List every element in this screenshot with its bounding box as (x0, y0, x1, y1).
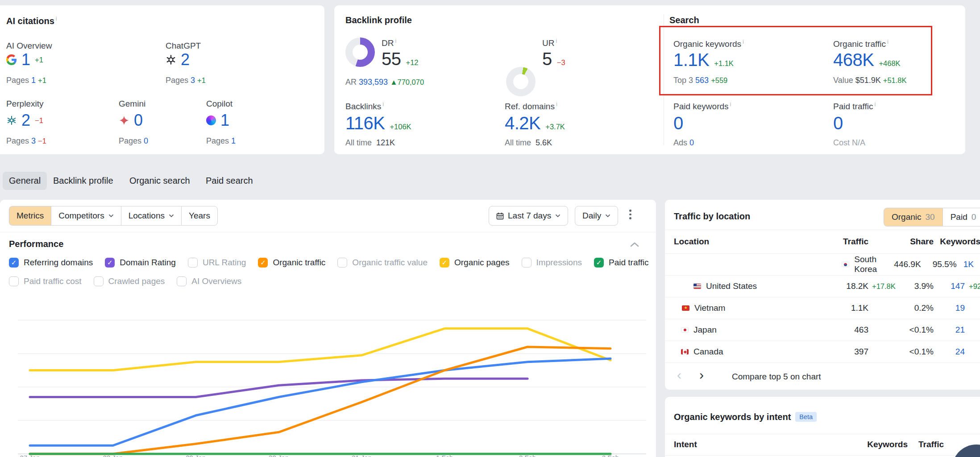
info-icon[interactable]: i (382, 101, 384, 107)
chevron-down-icon (555, 214, 561, 218)
paid-traffic-value[interactable]: 0 (833, 114, 843, 132)
tab-organic-search[interactable]: Organic search (123, 172, 196, 190)
column-location[interactable]: Location (674, 237, 782, 247)
keywords-by-intent-panel: Organic keywords by intentBeta Intent Ke… (665, 397, 980, 457)
column-keywords[interactable]: Keywords (854, 440, 908, 449)
tab-general[interactable]: General (3, 172, 47, 190)
checkbox-icon (105, 258, 115, 268)
chart-line-organic-pages (30, 329, 610, 371)
backlinks-label: Backlinksi (345, 101, 384, 111)
info-icon[interactable]: i (395, 37, 396, 44)
refdomains-alltime: All time 5.6K (505, 138, 552, 148)
checkbox-icon (337, 258, 347, 268)
column-intent[interactable]: Intent (674, 440, 854, 449)
info-icon[interactable]: i (56, 15, 57, 22)
divider (0, 232, 656, 232)
south-korea-flag-icon (842, 262, 849, 267)
info-icon[interactable]: i (556, 37, 557, 44)
years-button[interactable]: Years (181, 206, 218, 226)
column-traffic[interactable]: Traffic (908, 440, 944, 449)
checkbox-domain-rating[interactable]: Domain Rating (105, 258, 176, 268)
metrics-button[interactable]: Metrics (9, 206, 51, 226)
organic-traffic-metric: 468K +468K (833, 51, 901, 69)
backlinks-value[interactable]: 116K (345, 114, 385, 132)
checkbox-paid-traffic[interactable]: Paid traffic (594, 258, 648, 268)
checkbox-ai-overviews[interactable]: AI Overviews (177, 276, 241, 286)
granularity-button[interactable]: Daily (575, 206, 618, 226)
refdomains-label: Ref. domainsi (505, 101, 557, 111)
backlink-profile-title: Backlink profile (345, 15, 412, 25)
checkbox-crawled-pages[interactable]: Crawled pages (94, 276, 165, 286)
perplexity-pages: Pages 3 −1 (6, 136, 46, 146)
locations-button[interactable]: Locations (121, 206, 181, 226)
checkbox-organic-pages[interactable]: Organic pages (440, 258, 510, 268)
organic-traffic-label: Organic traffici (833, 38, 889, 49)
openai-icon (166, 54, 176, 65)
backlinks-delta: +106K (390, 123, 411, 131)
info-icon[interactable]: i (743, 38, 744, 45)
checkbox-paid-traffic-cost[interactable]: Paid traffic cost (9, 276, 82, 286)
column-traffic[interactable]: Traffic (782, 237, 868, 247)
compare-top5-link[interactable]: Compare top 5 on chart (732, 372, 821, 382)
ai-overview-label: AI Overview (6, 41, 52, 51)
toggle-paid[interactable]: Paid0 (943, 208, 980, 226)
organic-keywords-delta: +1.1K (714, 59, 734, 68)
tab-paid-search[interactable]: Paid search (199, 172, 259, 190)
ur-value: 5 (542, 50, 552, 68)
info-icon[interactable]: i (556, 101, 557, 107)
tab-backlink-profile[interactable]: Backlink profile (47, 172, 120, 190)
copilot-metric: 1 (206, 112, 229, 128)
location-table-header: Location Traffic Share Keywords (665, 230, 980, 254)
copilot-value: 1 (220, 112, 229, 128)
checkbox-icon (594, 258, 604, 268)
column-keywords[interactable]: Keywords (934, 237, 980, 247)
checkbox-icon (440, 258, 449, 268)
table-row-vietnam[interactable]: Vietnam 1.1K 0.2% 19 (665, 297, 980, 319)
paid-keywords-value[interactable]: 0 (673, 114, 683, 132)
refdomains-value[interactable]: 4.2K (505, 114, 540, 132)
chatgpt-label: ChatGPT (166, 41, 201, 51)
organic-traffic-value[interactable]: 468K (833, 51, 874, 69)
vietnam-flag-icon (682, 305, 689, 311)
checkbox-icon (94, 276, 104, 286)
checkbox-url-rating[interactable]: URL Rating (188, 258, 246, 268)
checkbox-icon (177, 276, 187, 286)
organic-keywords-value[interactable]: 1.1K (673, 51, 709, 69)
checkbox-impressions[interactable]: Impressions (522, 258, 582, 268)
gemini-metric: 0 (119, 112, 143, 128)
info-icon[interactable]: i (730, 101, 731, 107)
ai-citations-card: AI citationsi AI Overview 1 +1 Pages 1 +… (0, 5, 324, 154)
intent-table-header: Intent Keywords Traffic (665, 434, 980, 456)
checkbox-icon (9, 258, 19, 268)
collapse-chevron-up-icon[interactable] (630, 242, 639, 247)
table-row-japan[interactable]: Japan 463 <0.1% 21 (665, 319, 980, 341)
checkbox-organic-traffic-value[interactable]: Organic traffic value (337, 258, 428, 268)
table-row-united-states[interactable]: United States 18.2K+17.8K 3.9% 147+92 (665, 276, 980, 297)
chart-line-referring-domains (30, 358, 610, 445)
checkbox-referring-domains[interactable]: Referring domains (9, 258, 93, 268)
next-page-arrow-icon[interactable]: › (699, 368, 704, 382)
gemini-pages: Pages 0 (119, 136, 148, 146)
perplexity-icon (6, 115, 17, 126)
chatgpt-pages: Pages 3 +1 (166, 76, 206, 85)
info-icon[interactable]: i (874, 101, 876, 107)
perplexity-delta: −1 (35, 116, 43, 125)
table-row-south-korea[interactable]: South Korea 446.9K 95.5% 1K (665, 254, 980, 276)
toggle-organic[interactable]: Organic30 (884, 208, 943, 226)
organic-keywords-label: Organic keywordsi (673, 38, 744, 49)
table-row-canada[interactable]: Canada 397 <0.1% 24 (665, 341, 980, 363)
info-icon[interactable]: i (887, 38, 889, 45)
date-range-button[interactable]: Last 7 days (489, 206, 568, 226)
more-options-button[interactable] (625, 205, 636, 224)
x-tick-label: 3 Feb (602, 454, 619, 457)
ai-overview-pages: Pages 1 +1 (6, 76, 46, 85)
keywords-delta: +92 (969, 282, 980, 291)
competitors-button[interactable]: Competitors (51, 206, 120, 226)
organic-traffic-delta: +468K (879, 59, 900, 68)
column-share[interactable]: Share (868, 237, 934, 247)
checkbox-organic-traffic[interactable]: Organic traffic (258, 258, 325, 268)
prev-page-arrow-icon[interactable]: ‹ (677, 368, 681, 382)
perplexity-value: 2 (21, 112, 30, 128)
chatgpt-value: 2 (181, 52, 190, 68)
ai-overview-metric: 1 +1 (6, 52, 43, 68)
